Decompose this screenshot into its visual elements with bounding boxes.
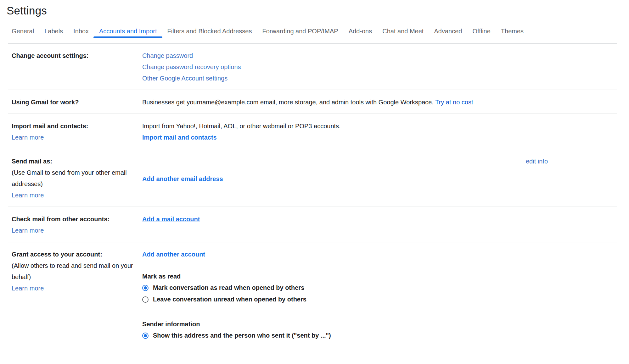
import-mail-and-contacts-link[interactable]: Import mail and contacts — [142, 132, 617, 143]
change-account-settings-content: Change password Change password recovery… — [142, 50, 617, 84]
send-mail-as-content: Add another email address — [142, 156, 526, 201]
import-mail-text: Import from Yahoo!, Hotmail, AOL, or oth… — [142, 120, 617, 132]
add-another-account-link[interactable]: Add another account — [142, 249, 617, 260]
other-google-account-settings-link[interactable]: Other Google Account settings — [142, 73, 617, 84]
change-account-settings-label-col: Change account settings: — [12, 50, 142, 84]
import-mail-label-col: Import mail and contacts: Learn more — [12, 120, 142, 143]
mark-as-read-heading: Mark as read — [142, 271, 617, 282]
gmail-for-work-text: Businesses get yourname@example.com emai… — [142, 99, 434, 106]
radio-row-mark-conversation-read[interactable]: Mark conversation as read when opened by… — [142, 282, 617, 294]
gmail-for-work-label: Using Gmail for work? — [12, 99, 79, 106]
page-title: Settings — [7, 4, 629, 17]
check-mail-label: Check mail from other accounts: — [12, 213, 142, 225]
add-a-mail-account-link[interactable]: Add a mail account — [142, 216, 200, 223]
try-at-no-cost-link[interactable]: Try at no cost — [435, 99, 473, 106]
add-another-email-address-link[interactable]: Add another email address — [142, 173, 526, 185]
change-account-settings-label: Change account settings: — [12, 52, 88, 59]
leave-unread-radio-label[interactable]: Leave conversation unread when opened by… — [153, 294, 306, 305]
send-mail-as-learn-more-link[interactable]: Learn more — [12, 190, 142, 201]
tab-forwarding-and-pop-imap[interactable]: Forwarding and POP/IMAP — [262, 28, 338, 43]
settings-content: Change account settings: Change password… — [8, 44, 617, 347]
tab-labels[interactable]: Labels — [44, 28, 63, 43]
send-mail-as-label: Send mail as: — [12, 156, 142, 167]
tab-add-ons[interactable]: Add-ons — [349, 28, 372, 43]
edit-info-link[interactable]: edit info — [526, 158, 548, 165]
grant-access-note: (Allow others to read and send mail on y… — [12, 260, 142, 283]
row-change-account-settings: Change account settings: Change password… — [8, 44, 617, 90]
send-mail-as-right-col: edit info — [526, 156, 617, 201]
import-mail-label: Import mail and contacts: — [12, 120, 142, 132]
mark-read-radio-label[interactable]: Mark conversation as read when opened by… — [153, 282, 304, 294]
send-mail-as-label-col: Send mail as: (Use Gmail to send from yo… — [12, 156, 142, 201]
check-mail-label-col: Check mail from other accounts: Learn mo… — [12, 213, 142, 236]
import-mail-content: Import from Yahoo!, Hotmail, AOL, or oth… — [142, 120, 617, 143]
tab-accounts-and-import[interactable]: Accounts and Import — [99, 28, 157, 43]
tab-advanced[interactable]: Advanced — [434, 28, 462, 43]
leave-unread-radio-button[interactable] — [142, 296, 149, 303]
row-using-gmail-for-work: Using Gmail for work? Businesses get you… — [8, 90, 617, 113]
grant-access-label: Grant access to your account: — [12, 249, 142, 260]
row-check-mail-from-other-accounts: Check mail from other accounts: Learn mo… — [8, 207, 617, 242]
gmail-for-work-content: Businesses get yourname@example.com emai… — [142, 97, 617, 108]
tab-offline[interactable]: Offline — [472, 28, 490, 43]
show-sender-radio-label[interactable]: Show this address and the person who sen… — [153, 330, 331, 341]
tab-chat-and-meet[interactable]: Chat and Meet — [382, 28, 424, 43]
send-mail-as-note: (Use Gmail to send from your other email… — [12, 167, 142, 190]
tab-inbox[interactable]: Inbox — [73, 28, 89, 43]
tab-filters-and-blocked-addresses[interactable]: Filters and Blocked Addresses — [167, 28, 252, 43]
settings-tabbar: General Labels Inbox Accounts and Import… — [8, 17, 617, 44]
check-mail-learn-more-link[interactable]: Learn more — [12, 225, 142, 236]
grant-access-content: Add another account Mark as read Mark co… — [142, 249, 617, 341]
change-password-link[interactable]: Change password — [142, 50, 617, 61]
check-mail-content: Add a mail account — [142, 213, 617, 236]
mark-read-radio-button[interactable] — [142, 285, 149, 291]
radio-row-show-sender-address[interactable]: Show this address and the person who sen… — [142, 330, 617, 341]
grant-access-learn-more-link[interactable]: Learn more — [12, 283, 142, 294]
row-import-mail-and-contacts: Import mail and contacts: Learn more Imp… — [8, 113, 617, 149]
radio-row-leave-conversation-unread[interactable]: Leave conversation unread when opened by… — [142, 294, 617, 305]
row-send-mail-as: Send mail as: (Use Gmail to send from yo… — [8, 149, 617, 207]
grant-access-label-col: Grant access to your account: (Allow oth… — [12, 249, 142, 341]
import-mail-learn-more-link[interactable]: Learn more — [12, 132, 142, 143]
sender-information-heading: Sender information — [142, 318, 617, 330]
show-sender-radio-button[interactable] — [142, 333, 149, 339]
gmail-for-work-label-col: Using Gmail for work? — [12, 97, 142, 108]
row-grant-access-to-your-account: Grant access to your account: (Allow oth… — [8, 242, 617, 347]
change-password-recovery-options-link[interactable]: Change password recovery options — [142, 61, 617, 73]
tab-themes[interactable]: Themes — [501, 28, 524, 43]
tab-general[interactable]: General — [12, 28, 34, 43]
